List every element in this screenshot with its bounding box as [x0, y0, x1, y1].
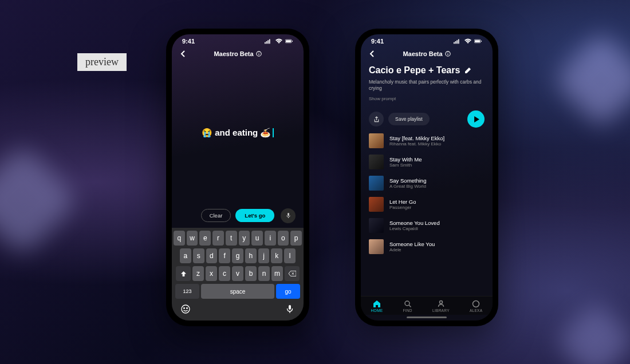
album-art: [369, 155, 384, 169]
key-s[interactable]: s: [193, 248, 204, 263]
track-row[interactable]: Let Her GoPassenger: [369, 197, 485, 212]
svg-rect-0: [265, 42, 266, 44]
svg-rect-1: [266, 41, 267, 43]
key-d[interactable]: d: [206, 248, 218, 263]
key-v[interactable]: v: [232, 266, 243, 281]
wifi-icon: [275, 38, 283, 44]
voice-input-button[interactable]: [281, 208, 296, 223]
key-x[interactable]: x: [206, 266, 217, 281]
key-r[interactable]: r: [212, 231, 224, 246]
screen: 9:41 Maestro Beta 😭 and eating 🍝 Clear L…: [172, 34, 304, 321]
prompt-input-area[interactable]: 😭 and eating 🍝: [172, 62, 304, 203]
key-h[interactable]: h: [245, 248, 257, 263]
track-row[interactable]: Stay [feat. Mikky Ekko]Rihanna feat. Mik…: [369, 133, 485, 148]
shift-icon: [180, 271, 187, 277]
tab-home[interactable]: HOME: [371, 300, 383, 312]
svg-rect-15: [289, 305, 291, 310]
play-button[interactable]: [467, 110, 485, 128]
signal-icon: [454, 38, 462, 44]
track-artist: Sam Smith: [389, 163, 422, 168]
key-m[interactable]: m: [271, 266, 283, 281]
tab-library[interactable]: LIBRARY: [432, 300, 450, 312]
track-title: Let Her Go: [389, 199, 416, 205]
share-button[interactable]: [369, 112, 384, 126]
key-e[interactable]: e: [199, 231, 211, 246]
svg-rect-23: [481, 41, 482, 42]
key-f[interactable]: f: [219, 248, 230, 263]
emoji-icon[interactable]: [180, 304, 191, 314]
key-space[interactable]: space: [201, 284, 274, 299]
battery-icon: [285, 38, 293, 44]
track-row[interactable]: Someone You LovedLewis Capaldi: [369, 218, 485, 233]
back-icon[interactable]: [368, 49, 377, 58]
tab-find[interactable]: FIND: [403, 300, 412, 312]
prompt-actions: Clear Let's go: [172, 203, 304, 228]
key-a[interactable]: a: [180, 248, 191, 263]
track-row[interactable]: Someone Like YouAdele: [369, 239, 485, 254]
track-title: Someone You Loved: [389, 220, 440, 226]
playlist-description: Melancholy music that pairs perfectly wi…: [369, 79, 485, 92]
track-title: Stay [feat. Mikky Ekko]: [389, 135, 444, 141]
wifi-icon: [464, 38, 472, 44]
header-title: Maestro Beta: [403, 50, 442, 57]
info-icon[interactable]: [445, 51, 451, 57]
prompt-text: and eating: [212, 128, 260, 137]
back-icon[interactable]: [179, 49, 188, 58]
svg-rect-6: [292, 41, 293, 42]
track-list: Stay [feat. Mikky Ekko]Rihanna feat. Mik…: [361, 133, 493, 296]
track-row[interactable]: Say SomethingA Great Big World: [369, 176, 485, 191]
key-c[interactable]: c: [219, 266, 230, 281]
track-artist: A Great Big World: [389, 184, 426, 189]
key-j[interactable]: j: [258, 248, 270, 263]
key-go[interactable]: go: [276, 284, 300, 299]
key-numbers[interactable]: 123: [175, 284, 199, 299]
edit-icon[interactable]: [464, 67, 471, 74]
playlist-header: Cacio e Pepe + Tears Melancholy music th…: [361, 62, 493, 105]
svg-rect-19: [456, 40, 458, 43]
tab-alexa[interactable]: ALEXA: [470, 300, 482, 312]
key-shift[interactable]: [176, 266, 191, 281]
backspace-icon: [289, 271, 296, 276]
dictation-icon[interactable]: [285, 304, 295, 314]
clear-button[interactable]: Clear: [201, 209, 231, 222]
key-l[interactable]: l: [284, 248, 296, 263]
svg-rect-17: [454, 42, 455, 44]
svg-rect-18: [455, 41, 456, 43]
key-p[interactable]: p: [290, 231, 302, 246]
info-icon[interactable]: [256, 51, 262, 57]
tab-label: HOME: [371, 308, 383, 312]
key-i[interactable]: i: [265, 231, 276, 246]
alexa-icon: [472, 300, 480, 308]
text-cursor: [273, 128, 274, 137]
key-y[interactable]: y: [239, 231, 250, 246]
tab-label: FIND: [403, 308, 412, 312]
key-backspace[interactable]: [285, 266, 300, 281]
key-z[interactable]: z: [192, 266, 204, 281]
save-playlist-button[interactable]: Save playlist: [388, 113, 430, 125]
svg-rect-10: [288, 213, 289, 216]
svg-rect-22: [475, 40, 480, 42]
track-artist: Passenger: [389, 205, 416, 210]
album-art: [369, 197, 384, 212]
key-u[interactable]: u: [251, 231, 263, 246]
status-bar: 9:41: [172, 34, 304, 46]
album-art: [369, 239, 384, 254]
key-q[interactable]: q: [174, 231, 185, 246]
home-icon: [373, 300, 381, 308]
key-t[interactable]: t: [226, 231, 237, 246]
key-o[interactable]: o: [278, 231, 289, 246]
show-prompt-link[interactable]: Show prompt: [369, 96, 485, 101]
key-w[interactable]: w: [187, 231, 198, 246]
app-header: Maestro Beta: [361, 46, 493, 62]
lets-go-button[interactable]: Let's go: [235, 209, 274, 222]
track-row[interactable]: Stay With MeSam Smith: [369, 155, 485, 169]
svg-point-9: [258, 52, 259, 53]
svg-rect-2: [267, 40, 269, 43]
key-b[interactable]: b: [245, 266, 257, 281]
prompt-emoji: 😭: [202, 128, 212, 137]
key-g[interactable]: g: [232, 248, 243, 263]
key-k[interactable]: k: [271, 248, 282, 263]
key-n[interactable]: n: [258, 266, 270, 281]
svg-line-28: [409, 305, 411, 307]
playlist-title: Cacio e Pepe + Tears: [369, 65, 460, 76]
